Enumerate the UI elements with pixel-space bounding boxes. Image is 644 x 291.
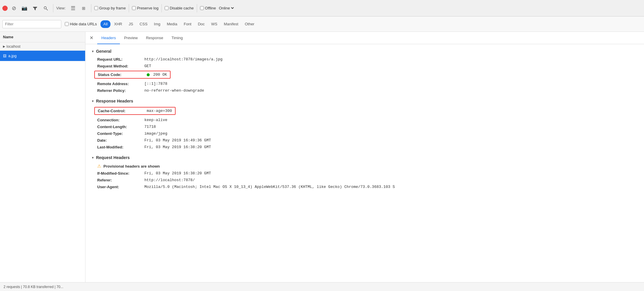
hide-data-urls-checkbox[interactable] [65, 22, 69, 26]
if-modified-since-row: If-Modified-Since: Fri, 03 May 2019 16:3… [91, 171, 638, 176]
type-btn-js[interactable]: JS [126, 20, 136, 28]
tree-view-button[interactable]: ⊞ [79, 4, 88, 13]
list-view-button[interactable]: ☰ [69, 4, 77, 13]
request-method-label: Request Method: [97, 64, 144, 68]
offline-checkbox[interactable] [200, 6, 204, 10]
disable-cache-option[interactable]: Disable cache [165, 6, 194, 10]
connection-row: Connection: keep-alive [91, 118, 638, 122]
divider-5 [197, 4, 197, 12]
last-modified-row: Last-Modified: Fri, 03 May 2019 16:38:20… [91, 145, 638, 149]
divider-1 [53, 4, 53, 12]
offline-option[interactable]: Offline [200, 6, 216, 10]
response-headers-section: ▼ Response Headers Cache-Control: max-ag… [91, 99, 638, 149]
type-btn-font[interactable]: Font [181, 20, 194, 28]
group-by-frame-checkbox[interactable] [94, 6, 98, 10]
type-btn-all[interactable]: All [100, 20, 110, 28]
status-code-label: Status Code: [98, 72, 145, 77]
ajpg-label: a.jpg [8, 54, 16, 58]
remote-address-value: [::1]:7878 [144, 82, 167, 86]
list-item-localhost[interactable]: ▶ localhost [0, 42, 85, 51]
requests-panel: Name ▶ localhost 🖼 a.jpg [0, 32, 85, 282]
referer-row: Referer: http://localhost:7878/ [91, 178, 638, 182]
svg-line-1 [46, 9, 48, 10]
hide-data-urls-option[interactable]: Hide data URLs [65, 22, 97, 26]
requests-list[interactable]: ▶ localhost 🖼 a.jpg [0, 42, 85, 282]
general-section-header: ▼ General [91, 49, 638, 54]
user-agent-row: User-Agent: Mozilla/5.0 (Macintosh; Inte… [91, 185, 638, 189]
disable-cache-label: Disable cache [170, 6, 194, 10]
filter-input[interactable] [2, 20, 61, 28]
date-row: Date: Fri, 03 May 2019 16:49:36 GMT [91, 138, 638, 143]
response-headers-section-header: ▼ Response Headers [91, 99, 638, 103]
divider-2 [91, 4, 91, 12]
view-label: View: [56, 6, 66, 10]
date-label: Date: [97, 138, 144, 143]
type-btn-img[interactable]: Img [151, 20, 164, 28]
provisional-headers-warning: ⚠ Provisional headers are shown [91, 163, 638, 169]
status-code-row: Status Code: 200 OK [91, 71, 638, 79]
status-bar: 2 requests | 70.8 KB transferred | 70... [0, 282, 644, 291]
status-code-value: 200 OK [153, 72, 167, 77]
type-btn-css[interactable]: CSS [137, 20, 151, 28]
svg-point-0 [44, 6, 47, 9]
requests-column-header: Name [0, 32, 85, 42]
status-code-highlight: Status Code: 200 OK [94, 71, 171, 79]
request-url-label: Request URL: [97, 57, 144, 62]
type-btn-media[interactable]: Media [164, 20, 180, 28]
preserve-log-checkbox[interactable] [132, 6, 136, 10]
user-agent-label: User-Agent: [97, 185, 144, 189]
cache-control-row: Cache-Control: max-age=300 [91, 107, 638, 115]
tab-timing[interactable]: Timing [167, 32, 187, 44]
tab-headers[interactable]: Headers [97, 32, 120, 44]
filter-button[interactable] [31, 4, 39, 13]
throttle-select[interactable]: Online [218, 6, 235, 11]
request-url-value: http://localhost:7878/images/a.jpg [144, 57, 222, 62]
detail-content[interactable]: ▼ General Request URL: http://localhost:… [85, 44, 644, 282]
cache-control-value: max-age=300 [147, 109, 172, 113]
type-btn-ws[interactable]: WS [208, 20, 220, 28]
type-btn-xhr[interactable]: XHR [111, 20, 125, 28]
if-modified-since-value: Fri, 03 May 2019 16:38:20 GMT [144, 171, 211, 176]
general-triangle-icon: ▼ [91, 50, 94, 53]
last-modified-value: Fri, 03 May 2019 16:38:20 GMT [144, 145, 211, 149]
localhost-label: localhost [6, 44, 20, 49]
warning-icon: ⚠ [97, 163, 101, 169]
referrer-policy-row: Referrer Policy: no-referrer-when-downgr… [91, 88, 638, 93]
general-section: ▼ General Request URL: http://localhost:… [91, 49, 638, 93]
preserve-log-option[interactable]: Preserve log [132, 6, 158, 10]
hide-data-urls-label: Hide data URLs [70, 22, 97, 26]
search-button[interactable] [41, 4, 50, 13]
type-btn-other[interactable]: Other [242, 20, 257, 28]
user-agent-value: Mozilla/5.0 (Macintosh; Intel Mac OS X 1… [144, 185, 395, 189]
stop-button[interactable] [2, 6, 8, 11]
response-headers-triangle-icon: ▼ [91, 100, 94, 103]
last-modified-label: Last-Modified: [97, 145, 144, 149]
content-length-row: Content-Length: 71718 [91, 125, 638, 129]
camera-button[interactable]: 📷 [20, 4, 29, 13]
type-btn-doc[interactable]: Doc [195, 20, 208, 28]
disable-cache-checkbox[interactable] [165, 6, 169, 10]
detail-panel: ✕ Headers Preview Response Timing ▼ Gene… [85, 32, 644, 282]
tab-preview[interactable]: Preview [120, 32, 142, 44]
status-dot [147, 73, 150, 76]
remote-address-row: Remote Address: [::1]:7878 [91, 82, 638, 86]
content-type-label: Content-Type: [97, 131, 144, 136]
tab-response[interactable]: Response [142, 32, 167, 44]
request-headers-section-header: ▼ Request Headers [91, 155, 638, 160]
file-icon: 🖼 [3, 54, 6, 58]
no-entry-button[interactable]: ⊘ [9, 4, 18, 13]
content-type-value: image/jpeg [144, 131, 167, 136]
list-item-ajpg[interactable]: 🖼 a.jpg [0, 51, 85, 61]
connection-value: keep-alive [144, 118, 167, 122]
request-method-row: Request Method: GET [91, 64, 638, 68]
group-by-frame-option[interactable]: Group by frame [94, 6, 126, 10]
type-btn-manifest[interactable]: Manifest [221, 20, 241, 28]
offline-label: Offline [205, 6, 216, 10]
close-detail-button[interactable]: ✕ [88, 34, 95, 42]
content-length-value: 71718 [144, 125, 156, 129]
divider-4 [161, 4, 162, 12]
remote-address-label: Remote Address: [97, 82, 144, 86]
status-text: 2 requests | 70.8 KB transferred | 70... [4, 285, 63, 289]
referer-label: Referer: [97, 178, 144, 182]
cache-control-highlight: Cache-Control: max-age=300 [94, 107, 176, 115]
